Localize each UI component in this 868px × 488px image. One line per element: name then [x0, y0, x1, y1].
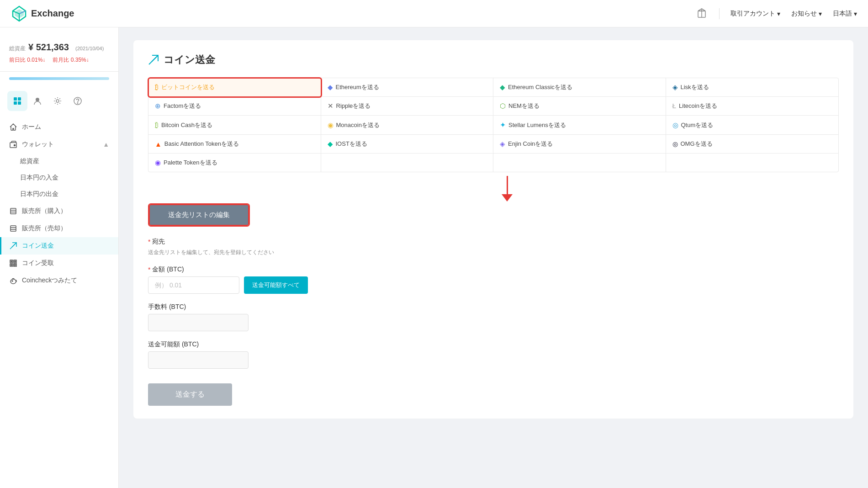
tab-litecoin[interactable]: Ł Litecoinを送る: [666, 97, 839, 116]
fct-label: Factomを送る: [164, 102, 201, 110]
xlm-label: Stellar Lumensを送る: [508, 121, 566, 129]
bat-label: Basic Attention Tokenを送る: [164, 140, 239, 148]
language-menu[interactable]: 日本語 ▾: [833, 10, 857, 18]
qtum-icon: ◎: [672, 121, 678, 129]
tab-stellar[interactable]: ✦ Stellar Lumensを送る: [493, 116, 666, 135]
trading-account-menu[interactable]: 取引アカウント ▾: [730, 10, 780, 18]
news-menu[interactable]: お知らせ ▾: [791, 10, 822, 18]
chevron-down-icon: ▾: [854, 10, 857, 17]
nem-icon: ⬡: [500, 102, 506, 110]
monthly-change-value: 0.35%↓: [71, 57, 89, 63]
tab-iost[interactable]: ◆ IOSTを送る: [321, 135, 494, 154]
header-divider: [719, 8, 720, 19]
tab-ethereum-classic[interactable]: ◆ Ethereum Classicを送る: [493, 78, 666, 97]
tab-monacoin[interactable]: ◉ Monacoinを送る: [321, 116, 494, 135]
svg-rect-32: [16, 264, 16, 265]
send-all-button[interactable]: 送金可能額すべて: [244, 276, 308, 294]
destination-label-text: 宛先: [152, 238, 165, 246]
daily-change: 前日比 0.01%↓: [9, 56, 45, 64]
amount-input[interactable]: [148, 276, 239, 294]
chevron-down-icon: ▾: [819, 10, 822, 17]
svg-rect-31: [14, 264, 15, 265]
send-page-icon: [148, 54, 159, 65]
sidebar-icon-settings[interactable]: [48, 91, 68, 111]
svg-rect-9: [18, 97, 21, 101]
svg-point-36: [12, 281, 13, 281]
bch-icon: ₿: [155, 121, 159, 129]
wallet-label: ウォレット: [22, 140, 54, 149]
bch-label: Bitcoin Cashを送る: [161, 121, 212, 129]
amount-section: * 金額 (BTC) 送金可能額すべて: [148, 265, 839, 294]
sidebar-icon-grid[interactable]: [7, 91, 27, 111]
sidebar-item-send-coin[interactable]: コイン送金: [0, 237, 118, 255]
tab-factom[interactable]: ⊕ Factomを送る: [148, 97, 321, 116]
btc-label: ビットコインを送る: [161, 83, 215, 91]
progress-bar: [9, 77, 109, 80]
omg-label: OMGを送る: [681, 140, 713, 148]
withdraw-jpy-label: 日本円の出金: [20, 190, 58, 198]
logo-icon: [11, 5, 27, 22]
sidebar-icon-tabs: [0, 87, 118, 115]
tab-qtum[interactable]: ◎ Qtumを送る: [666, 116, 839, 135]
svg-point-15: [77, 103, 78, 104]
page-title: コイン送金: [164, 53, 215, 67]
deposit-jpy-label: 日本円の入金: [20, 174, 58, 182]
sidebar-icon-help[interactable]: [68, 91, 88, 111]
assets-value: ¥ 521,363: [28, 42, 69, 53]
chevron-down-icon: ▾: [777, 10, 780, 17]
receive-coin-label: コイン受取: [22, 259, 54, 267]
lsk-label: Liskを送る: [681, 83, 709, 91]
sidebar-item-buy[interactable]: 販売所（購入）: [0, 202, 118, 220]
coin-tabs-grid: ₿ ビットコインを送る ◆ Ethereumを送る ◆ Ethereum Cla…: [148, 78, 839, 172]
empty-cell-1: [321, 154, 494, 172]
eth-icon: ◆: [328, 83, 333, 91]
sidebar-item-wallet[interactable]: ウォレット ▲: [0, 136, 118, 153]
ltc-icon: Ł: [672, 102, 677, 110]
cube-icon[interactable]: [695, 6, 708, 21]
tab-ripple[interactable]: ✕ Rippleを送る: [321, 97, 494, 116]
sidebar-item-coincheck-tsumitate[interactable]: Coincheckつみたて: [0, 272, 118, 289]
xrp-icon: ✕: [328, 102, 333, 110]
tab-bitcoin-cash[interactable]: ₿ Bitcoin Cashを送る: [148, 116, 321, 135]
annotation-arrow: [175, 176, 839, 202]
svg-point-12: [36, 98, 39, 101]
etc-label: Ethereum Classicを送る: [508, 83, 572, 91]
arrow-line: [507, 176, 508, 194]
coincheck-tsumitate-label: Coincheckつみたて: [22, 276, 77, 285]
news-label: お知らせ: [791, 10, 817, 18]
send-icon: [9, 242, 17, 250]
sidebar-item-withdraw-jpy[interactable]: 日本円の出金: [0, 186, 118, 202]
tab-enjin[interactable]: ◈ Enjin Coinを送る: [493, 135, 666, 154]
tab-bitcoin[interactable]: ₿ ビットコインを送る: [148, 78, 321, 97]
tab-bat[interactable]: ▲ Basic Attention Tokenを送る: [148, 135, 321, 154]
destination-hint: 送金先リストを編集して、宛先を登録してください: [148, 249, 839, 256]
tab-ethereum[interactable]: ◆ Ethereumを送る: [321, 78, 494, 97]
assets-changes: 前日比 0.01%↓ 前月比 0.35%↓: [9, 56, 109, 64]
required-marker: *: [148, 238, 150, 245]
submit-button[interactable]: 送金する: [148, 383, 232, 406]
xrp-label: Rippleを送る: [336, 102, 371, 110]
sidebar-item-total-assets[interactable]: 総資産: [0, 153, 118, 170]
svg-rect-8: [14, 97, 17, 101]
fee-section: 手数料 (BTC) 0.0005: [148, 303, 839, 331]
page-title-area: コイン送金: [148, 53, 839, 67]
btc-icon: ₿: [155, 83, 159, 91]
available-section: 送金可能額 (BTC) 0.0095: [148, 340, 839, 369]
daily-change-label: 前日比: [9, 57, 26, 63]
sidebar-item-home[interactable]: ホーム: [0, 118, 118, 136]
tab-omg[interactable]: ◎ OMGを送る: [666, 135, 839, 154]
tab-palette[interactable]: ◉ Palette Tokenを送る: [148, 154, 321, 172]
edit-btn-wrapper: 送金先リストの編集: [148, 203, 250, 227]
svg-rect-34: [16, 265, 16, 266]
tab-nem[interactable]: ⬡ NEMを送る: [493, 97, 666, 116]
sidebar-item-receive-coin[interactable]: コイン受取: [0, 255, 118, 272]
tab-lisk[interactable]: ◈ Liskを送る: [666, 78, 839, 97]
edit-destination-list-button[interactable]: 送金先リストの編集: [149, 204, 249, 226]
sidebar-item-deposit-jpy[interactable]: 日本円の入金: [0, 170, 118, 186]
sidebar-icon-user[interactable]: [27, 91, 48, 111]
monthly-change: 前月比 0.35%↓: [53, 56, 89, 64]
send-coin-label: コイン送金: [22, 242, 54, 250]
logo[interactable]: Exchange: [11, 5, 74, 22]
sidebar: 総資産 ¥ 521,363 (2021/10/04) 前日比 0.01%↓ 前月…: [0, 27, 119, 488]
sidebar-item-sell[interactable]: 販売所（売却）: [0, 220, 118, 237]
